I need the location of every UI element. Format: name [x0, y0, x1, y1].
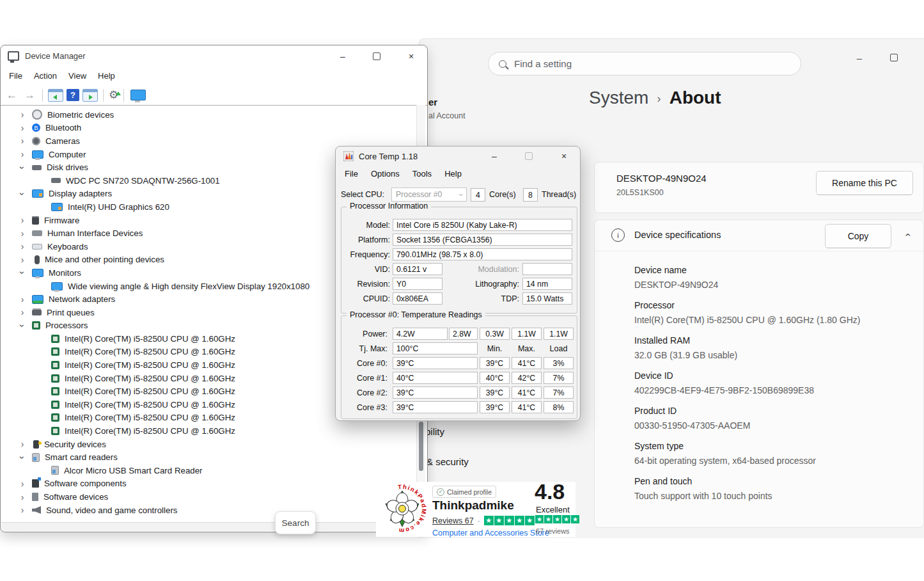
dm-statusbar	[1, 522, 427, 531]
ct-menu-options[interactable]: Options	[364, 167, 406, 180]
rating-word: Excellent	[536, 505, 570, 514]
settings-minimize-button[interactable]: –	[850, 49, 869, 66]
core-max-temp: 41°C	[512, 357, 542, 369]
tree-item[interactable]: Smart card readers	[1, 450, 417, 464]
core-load: 7%	[544, 386, 574, 399]
expander-icon[interactable]	[17, 242, 28, 251]
expander-icon[interactable]	[17, 505, 28, 514]
expander-icon[interactable]	[17, 479, 28, 488]
expander-icon[interactable]	[17, 295, 28, 304]
cpu-select-dropdown[interactable]: Processor #0 ›	[391, 187, 467, 202]
toolbar-separator	[42, 89, 43, 102]
core-current-temp: 39°C	[393, 357, 478, 369]
rename-pc-button[interactable]: Rename this PC	[816, 171, 913, 195]
cores-label: Core(s)	[489, 190, 516, 199]
tree-item-label: Smart card readers	[45, 452, 118, 462]
toolbar-separator	[103, 89, 104, 102]
dm-close-button[interactable]: ×	[401, 47, 421, 65]
tree-item[interactable]: Software devices	[1, 490, 417, 504]
sidebar-item-privacy-security[interactable]: & security	[427, 456, 469, 467]
menu-file[interactable]: File	[3, 68, 28, 83]
copy-button[interactable]: Copy	[825, 224, 891, 248]
dm-maximize-button[interactable]	[366, 47, 387, 65]
big-rating: 4.8	[535, 479, 565, 504]
help-icon[interactable]: ?	[67, 89, 79, 101]
expander-icon[interactable]	[17, 110, 28, 119]
expander-icon[interactable]	[17, 440, 28, 449]
tjmax-label: Tj. Max:	[341, 344, 388, 353]
expander-icon[interactable]	[17, 123, 28, 132]
expander-icon[interactable]	[17, 163, 28, 172]
camera-icon	[32, 137, 40, 145]
star-icon: ★	[494, 516, 504, 525]
ct-close-button[interactable]: ×	[553, 148, 575, 164]
tree-item[interactable]: Security devices	[1, 438, 417, 451]
tree-item[interactable]: Alcor Micro USB Smart Card Reader	[1, 464, 417, 477]
expander-icon[interactable]	[17, 150, 28, 159]
expander-icon[interactable]	[17, 321, 28, 330]
spec-label: Device name	[634, 265, 911, 275]
tree-item-label: Bluetooth	[45, 123, 81, 132]
menu-help[interactable]: Help	[92, 68, 121, 83]
tree-item[interactable]: Biometric devices	[1, 108, 417, 122]
breadcrumb-system[interactable]: System	[589, 88, 648, 108]
select-cpu-label: Select CPU:	[341, 190, 384, 199]
sidebar-item-accessibility[interactable]: bility	[425, 426, 444, 437]
dm-toolbar: ← → ? ⚙	[1, 85, 427, 106]
expander-icon[interactable]	[17, 453, 28, 462]
menu-action[interactable]: Action	[28, 68, 63, 83]
monitor-icon	[51, 282, 63, 290]
expander-icon[interactable]	[17, 136, 28, 145]
processor-icon	[51, 374, 59, 383]
ct-menu-file[interactable]: File	[338, 167, 364, 180]
tree-item-label: Intel(R) Core(TM) i5-8250U CPU @ 1.60GHz	[65, 413, 235, 422]
settings-maximize-button[interactable]	[884, 49, 904, 66]
category-link[interactable]: Computer and Accessories Store	[432, 529, 549, 537]
menu-view[interactable]: View	[63, 68, 92, 83]
expander-icon[interactable]	[17, 189, 28, 198]
ct-menu-help[interactable]: Help	[438, 167, 468, 180]
expander-icon[interactable]	[17, 268, 28, 277]
ct-minimize-button[interactable]: –	[483, 148, 505, 164]
dm-minimize-button[interactable]: –	[333, 47, 353, 65]
tree-item-label: Software devices	[43, 492, 108, 502]
device-manager-title: Device Manager	[25, 51, 86, 61]
frequency-value: 790.01MHz (98.75 x 8.0)	[393, 248, 572, 260]
power-uncore: 1.1W	[512, 328, 542, 340]
tree-item[interactable]: Sound, video and game controllers	[1, 504, 417, 517]
core-label: Core #1:	[341, 374, 388, 383]
star-icon: ★	[515, 516, 524, 525]
security-device-icon	[33, 440, 39, 449]
device-specifications-header[interactable]: i Device specifications Copy ›	[595, 220, 923, 251]
tree-item-label: Network adapters	[49, 294, 115, 304]
dot-separator: ·	[478, 516, 480, 525]
forward-arrow-icon[interactable]: →	[22, 89, 37, 102]
show-console-tree-icon[interactable]	[48, 89, 63, 102]
tree-item-label: Keyboards	[47, 242, 88, 251]
expander-icon[interactable]	[17, 308, 28, 317]
back-arrow-icon[interactable]: ←	[4, 89, 19, 102]
threads-count: 8	[523, 188, 538, 202]
expander-icon[interactable]	[17, 216, 28, 225]
properties-icon[interactable]	[82, 89, 98, 102]
tree-item[interactable]: Intel(R) Core(TM) i5-8250U CPU @ 1.60GHz	[1, 424, 417, 438]
spec-value: 64-bit operating system, x64-based proce…	[634, 456, 911, 466]
expander-icon[interactable]	[17, 255, 28, 264]
processor-icon	[51, 335, 59, 343]
core-label: Core #0:	[341, 359, 388, 368]
reviews-link[interactable]: Reviews 67	[432, 516, 474, 525]
settings-search-input[interactable]: Find a setting	[488, 52, 801, 76]
search-tooltip-button[interactable]: Search	[275, 511, 316, 534]
expander-icon[interactable]	[17, 229, 28, 238]
specs-list: Device name DESKTOP-49N9O24 Processor In…	[634, 265, 911, 511]
scan-hardware-changes-icon[interactable]: ⚙	[109, 88, 118, 102]
settings-close-button[interactable]: ×	[918, 49, 924, 66]
devices-view-icon[interactable]	[130, 90, 146, 100]
dm-scrollbar-thumb[interactable]	[419, 422, 423, 471]
ct-menu-tools[interactable]: Tools	[406, 167, 438, 180]
chevron-up-icon[interactable]: ›	[902, 233, 913, 236]
max-column-header: Max.	[512, 344, 542, 353]
tree-item[interactable]: Software components	[1, 477, 417, 491]
tree-item[interactable]: Bluetooth	[1, 122, 417, 135]
expander-icon[interactable]	[17, 493, 28, 502]
